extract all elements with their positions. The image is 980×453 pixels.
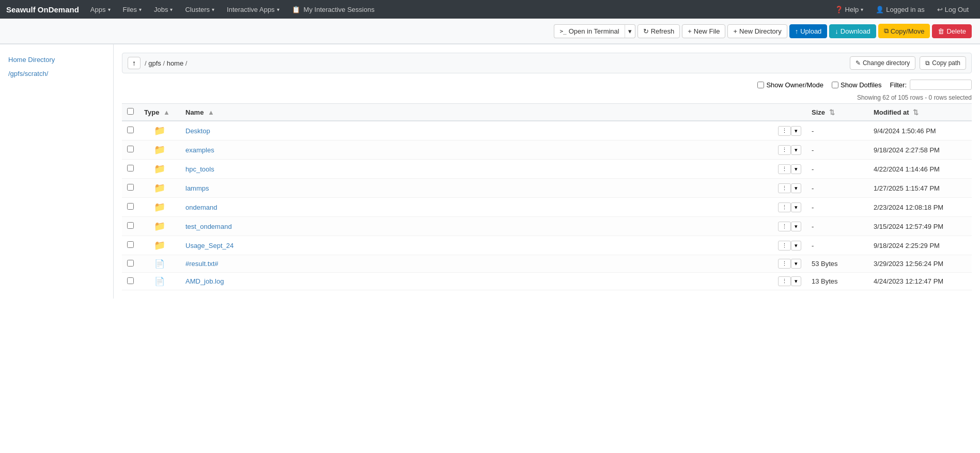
name-column-header[interactable]: Name ▲ xyxy=(180,104,773,121)
row-action-split-button[interactable]: ▾ xyxy=(791,126,801,136)
files-caret-icon: ▾ xyxy=(139,7,142,12)
upload-button[interactable]: ↑ Upload xyxy=(789,24,828,38)
download-button[interactable]: ↓ Download xyxy=(829,24,876,38)
file-link[interactable]: ondemand xyxy=(185,204,217,211)
file-link[interactable]: Usage_Sept_24 xyxy=(185,242,234,249)
nav-logout[interactable]: ↩ Log Out xyxy=(932,0,974,19)
path-segment-home: home xyxy=(167,59,184,67)
nav-clusters[interactable]: Clusters ▾ xyxy=(180,0,220,19)
row-checkbox[interactable] xyxy=(127,203,134,210)
nav-help[interactable]: ❓ Help ▾ xyxy=(830,0,869,19)
show-owner-mode-label[interactable]: Show Owner/Mode xyxy=(757,81,823,89)
table-row: 📄 AMD_job.log ⋮ ▾ 13 Bytes 4/24/2023 12:… xyxy=(122,273,972,290)
row-size-cell: - xyxy=(806,160,868,179)
row-action-split-button[interactable]: ▾ xyxy=(791,241,801,251)
row-action-button[interactable]: ⋮ xyxy=(778,183,791,193)
row-action-button[interactable]: ⋮ xyxy=(778,259,791,269)
file-link[interactable]: lammps xyxy=(185,184,209,192)
file-link[interactable]: hpc_tools xyxy=(185,165,214,173)
user-icon: 👤 xyxy=(876,6,884,13)
nav-interactive-apps[interactable]: Interactive Apps ▾ xyxy=(222,0,285,19)
row-action-button[interactable]: ⋮ xyxy=(778,202,791,212)
sidebar-item-home-directory[interactable]: Home Directory xyxy=(0,53,113,67)
row-action-split-button[interactable]: ▾ xyxy=(791,222,801,231)
file-link[interactable]: #result.txt# xyxy=(185,260,219,268)
row-name-cell: #result.txt# xyxy=(180,255,773,273)
show-dotfiles-checkbox[interactable] xyxy=(832,82,838,88)
path-slash-2: / xyxy=(183,59,187,67)
row-action-split-button[interactable]: ▾ xyxy=(791,145,801,155)
show-dotfiles-label[interactable]: Show Dotfiles xyxy=(832,81,881,89)
options-bar: Show Owner/Mode Show Dotfiles Filter: xyxy=(122,80,972,90)
nav-my-interactive-sessions[interactable]: 📋 My Interactive Sessions xyxy=(287,0,380,19)
terminal-caret-icon: ▾ xyxy=(628,27,632,35)
file-link[interactable]: examples xyxy=(185,146,214,154)
select-all-checkbox[interactable] xyxy=(127,108,134,115)
row-checkbox[interactable] xyxy=(127,146,134,152)
row-checkbox[interactable] xyxy=(127,277,134,284)
row-action-button[interactable]: ⋮ xyxy=(778,145,791,155)
name-sort-icon: ▲ xyxy=(208,108,214,116)
filter-input[interactable] xyxy=(910,80,972,90)
row-action-split-button[interactable]: ▾ xyxy=(791,164,801,174)
new-directory-icon: + xyxy=(733,27,737,35)
open-terminal-split-button[interactable]: ▾ xyxy=(625,24,635,38)
row-action-split-button[interactable]: ▾ xyxy=(791,259,801,269)
table-row: 📁 test_ondemand ⋮ ▾ - 3/15/2024 12:57:49… xyxy=(122,217,972,236)
nav-jobs[interactable]: Jobs ▾ xyxy=(149,0,178,19)
delete-button[interactable]: 🗑 Delete xyxy=(932,24,972,38)
row-action-button[interactable]: ⋮ xyxy=(778,126,791,136)
row-size-cell: - xyxy=(806,179,868,198)
row-count: Showing 62 of 105 rows - 0 rows selected xyxy=(122,94,972,101)
row-checkbox[interactable] xyxy=(127,165,134,171)
row-action-split-button[interactable]: ▾ xyxy=(791,276,801,286)
sidebar-item-gpfs-scratch[interactable]: /gpfs/scratch/ xyxy=(0,67,113,81)
jobs-caret-icon: ▾ xyxy=(170,7,173,12)
row-checkbox[interactable] xyxy=(127,222,134,229)
row-action-split-button[interactable]: ▾ xyxy=(791,183,801,193)
row-checkbox[interactable] xyxy=(127,127,134,133)
size-column-header[interactable]: Size ⇅ xyxy=(806,104,868,121)
upload-icon: ↑ xyxy=(795,27,799,35)
row-actions-cell: ⋮ ▾ xyxy=(773,273,806,290)
show-owner-mode-checkbox[interactable] xyxy=(757,82,764,88)
new-file-button[interactable]: + New File xyxy=(682,24,725,38)
change-directory-button[interactable]: ✎ Change directory xyxy=(850,56,915,70)
modified-column-header[interactable]: Modified at ⇅ xyxy=(868,104,972,121)
refresh-button[interactable]: ↻ Refresh xyxy=(637,24,680,38)
table-row: 📁 examples ⋮ ▾ - 9/18/2024 2:27:58 PM xyxy=(122,140,972,160)
size-sort-icon: ⇅ xyxy=(829,108,835,116)
row-action-button[interactable]: ⋮ xyxy=(778,241,791,251)
copy-path-button[interactable]: ⧉ Copy path xyxy=(920,56,966,70)
copy-move-icon: ⧉ xyxy=(884,27,889,35)
copy-move-button[interactable]: ⧉ Copy/Move xyxy=(878,24,930,38)
open-terminal-button[interactable]: >_ Open in Terminal xyxy=(554,24,624,38)
nav-files[interactable]: Files ▾ xyxy=(118,0,147,19)
row-action-button[interactable]: ⋮ xyxy=(778,222,791,231)
new-directory-button[interactable]: + New Directory xyxy=(727,24,787,38)
file-link[interactable]: AMD_job.log xyxy=(185,277,224,285)
nav-apps[interactable]: Apps ▾ xyxy=(85,0,116,19)
row-checkbox-cell xyxy=(122,121,139,140)
row-checkbox[interactable] xyxy=(127,260,134,267)
row-action-button[interactable]: ⋮ xyxy=(778,276,791,286)
select-all-header[interactable] xyxy=(122,104,139,121)
file-link[interactable]: Desktop xyxy=(185,127,210,135)
type-column-header[interactable]: Type ▲ xyxy=(139,104,180,121)
main-content: ↑ / gpfs / home / ✎ Change directory ⧉ C… xyxy=(114,44,980,299)
row-checkbox[interactable] xyxy=(127,184,134,191)
file-link[interactable]: test_ondemand xyxy=(185,223,232,230)
row-checkbox[interactable] xyxy=(127,241,134,248)
file-table: Type ▲ Name ▲ Size ⇅ Modified at ⇅ xyxy=(122,103,972,290)
row-action-button[interactable]: ⋮ xyxy=(778,164,791,174)
row-actions-cell: ⋮ ▾ xyxy=(773,217,806,236)
row-type-cell: 📁 xyxy=(139,236,180,255)
row-modified-cell: 9/4/2024 1:50:46 PM xyxy=(868,121,972,140)
go-up-button[interactable]: ↑ xyxy=(128,57,141,69)
row-checkbox-cell xyxy=(122,198,139,217)
toolbar: >_ Open in Terminal ▾ ↻ Refresh + New Fi… xyxy=(0,19,980,44)
app-brand: Seawulf OnDemand xyxy=(6,5,79,14)
row-action-group: ⋮ ▾ xyxy=(778,222,801,231)
nav-logged-in[interactable]: 👤 Logged in as xyxy=(870,0,929,19)
row-action-split-button[interactable]: ▾ xyxy=(791,202,801,212)
